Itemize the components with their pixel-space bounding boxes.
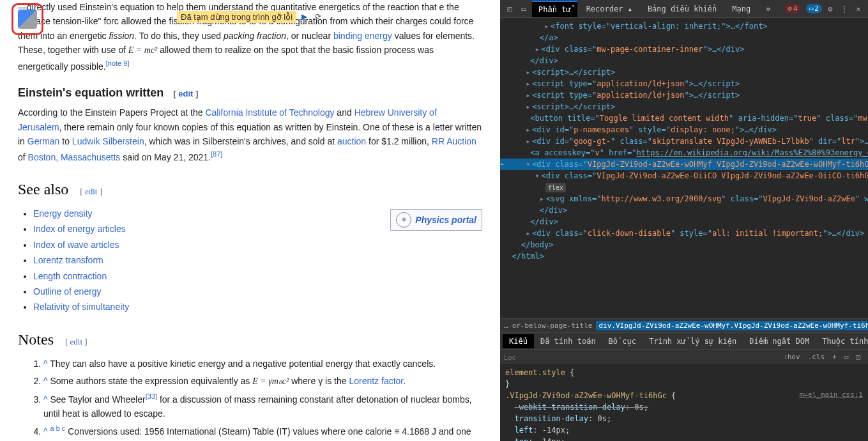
notes-list: ^ They can also have a positive kinetic … <box>43 357 482 441</box>
tab-recorder[interactable]: Recorder ▴ <box>580 1 639 17</box>
tab-console[interactable]: Bảng điều khiển <box>641 1 723 17</box>
edit-link[interactable]: edit <box>85 187 98 196</box>
resume-icon[interactable]: ▶ <box>298 11 310 22</box>
lorentz-factor-link[interactable]: Lorentz factor <box>349 376 403 386</box>
article-body: —directly used Einstein's equation to he… <box>18 0 482 441</box>
paragraph: According to the Einstein Papers Project… <box>18 105 482 164</box>
info-count-badge[interactable]: ▭ 2 <box>806 4 822 13</box>
error-count-badge[interactable]: ⊘ 4 <box>784 4 800 13</box>
wikipedia-article-pane: Đã tạm dừng trong trình gỡ lỗi ▶ ⟳ —dire… <box>0 0 500 441</box>
hov-button[interactable]: :hov <box>779 353 804 361</box>
bc-item-selected[interactable]: div.VIpgJd-ZVi9od-aZ2wEe-wOHMyf.VIpgJd-Z… <box>596 321 868 330</box>
more-tabs[interactable]: » <box>759 1 777 17</box>
styles-filter-input[interactable] <box>504 353 779 361</box>
gear-icon[interactable]: ⚙ <box>825 3 836 15</box>
tab-network[interactable]: Mạng <box>726 1 757 17</box>
note-item: ^ Some authors state the expression equi… <box>43 374 482 389</box>
source-link[interactable]: m=el_main css:1 <box>800 390 863 401</box>
ref87[interactable]: [87] <box>211 150 222 158</box>
tab-elements[interactable]: Phần tử <box>532 1 577 17</box>
edit-link[interactable]: edit <box>178 89 193 98</box>
list-item[interactable]: Energy density <box>33 208 93 219</box>
tab-dom-breakpoints[interactable]: Điểm ngắt DOM <box>743 334 816 348</box>
heading-notes: Notes [ edit ] <box>18 327 482 352</box>
selected-dom-node[interactable]: ⋯ ▾<div class="VIpgJd-ZVi9od-aZ2wEe-wOHM… <box>500 159 868 170</box>
list-item[interactable]: Outline of energy <box>33 286 102 297</box>
auction-link[interactable]: auction <box>337 136 366 146</box>
note-item: ^ a b c Conversions used: 1956 Internati… <box>43 423 482 441</box>
edit-link[interactable]: edit <box>70 337 83 346</box>
tab-layout[interactable]: Bố cục <box>602 334 643 348</box>
devtools-tabbar: ◰ ▭ Phần tử Recorder ▴ Bảng điều khiển M… <box>500 0 868 18</box>
styles-tabbar: Kiểu Đã tính toán Bố cục Trình xử lý sự … <box>500 332 868 349</box>
atom-icon: ⚛ <box>396 212 411 228</box>
kebab-icon[interactable]: ⋮ <box>839 3 850 15</box>
styles-pane[interactable]: element.style { } .VIpgJd-ZVi9od-aZ2wEe-… <box>500 364 868 441</box>
device-icon[interactable]: ▭ <box>518 3 529 15</box>
debug-paused-text: Đã tạm dừng trong trình gỡ lỗi <box>177 11 296 23</box>
caltech-link[interactable]: California Institute of Technology <box>205 107 334 118</box>
cls-button[interactable]: .cls <box>804 353 829 361</box>
list-item[interactable]: Index of energy articles <box>33 224 126 234</box>
tab-styles[interactable]: Kiểu <box>503 334 534 348</box>
heading-see-also: See also [ edit ] <box>18 177 482 201</box>
tab-listeners[interactable]: Trình xử lý sự kiện <box>643 334 743 348</box>
boston-link[interactable]: Boston, Massachusetts <box>28 151 121 162</box>
german-link[interactable]: German <box>27 136 60 146</box>
inspect-icon[interactable]: ◰ <box>504 3 515 15</box>
dom-breadcrumb[interactable]: … or-below-page-title div.VIpgJd-ZVi9od-… <box>500 318 868 332</box>
list-item[interactable]: Length contraction <box>33 271 107 281</box>
rr-auction-link[interactable]: RR Auction <box>432 136 476 146</box>
tab-computed[interactable]: Đã tính toán <box>534 334 602 348</box>
dom-tree[interactable]: ▸<font style="vertical-align: inherit;">… <box>500 18 868 318</box>
physics-portal-box[interactable]: ⚛Physics portal <box>390 209 482 231</box>
debug-paused-bar: Đã tạm dừng trong trình gỡ lỗi ▶ ⟳ <box>177 10 324 24</box>
note-item: ^ They can also have a positive kinetic … <box>43 357 482 371</box>
tab-properties[interactable]: Thuộc tính <box>816 334 868 348</box>
heading-einstein-equation: Einstein's equation written [ edit ] <box>18 84 482 102</box>
step-over-icon[interactable]: ⟳ <box>312 11 324 22</box>
device-icon[interactable]: ▭ <box>841 353 853 361</box>
close-icon[interactable]: ✕ <box>853 3 864 15</box>
ludwik-link[interactable]: Ludwik Silberstein <box>72 136 144 146</box>
panel-icon[interactable]: ◫ <box>852 353 864 361</box>
bc-ellipsis[interactable]: … <box>504 321 508 330</box>
binding-energy-link[interactable]: binding energy <box>333 31 392 41</box>
list-item[interactable]: Lorentz transform <box>33 255 103 265</box>
ref33[interactable]: [33] <box>146 392 157 400</box>
bc-item[interactable]: or-below-page-title <box>512 321 593 330</box>
portal-link[interactable]: Physics portal <box>415 213 476 227</box>
add-rule-icon[interactable]: + <box>828 353 841 361</box>
list-item[interactable]: Relativity of simultaneity <box>33 302 129 312</box>
note9-ref[interactable]: [note 9] <box>106 59 130 67</box>
devtools-pane: ◰ ▭ Phần tử Recorder ▴ Bảng điều khiển M… <box>500 0 868 441</box>
flex-badge[interactable]: flex <box>545 183 566 192</box>
styles-filter-row: :hov .cls + ▭ ◫ <box>500 349 868 364</box>
note-item: ^ See Taylor and Wheeler[33] for a discu… <box>43 391 482 421</box>
list-item[interactable]: Index of wave articles <box>33 240 119 250</box>
google-translate-icon[interactable] <box>11 3 43 35</box>
